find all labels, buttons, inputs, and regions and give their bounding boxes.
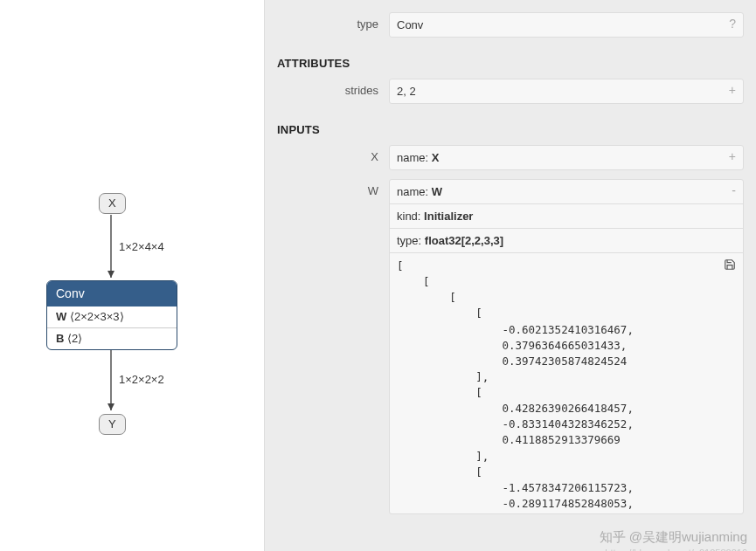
input-x-box[interactable]: name: X + [389,145,744,170]
op-row-w: W ⟨2×2×3×3⟩ [47,306,177,327]
op-row-w-shape: ⟨2×2×3×3⟩ [70,310,124,323]
type-label: type [277,12,389,31]
op-node-conv[interactable]: Conv W ⟨2×2×3×3⟩ B ⟨2⟩ [46,280,177,350]
input-node-label: X [108,196,116,210]
op-row-b-shape: ⟨2⟩ [67,332,82,345]
input-node-x[interactable]: X [99,193,126,214]
watermark-text: 知乎 @吴建明wujianming [600,529,747,546]
op-node-title: Conv [47,281,177,306]
help-icon[interactable]: ? [729,17,736,30]
attr-strides-value: 2, 2 [397,85,416,98]
properties-panel: type Conv ? ATTRIBUTES strides 2, 2 + IN… [264,0,756,551]
expand-icon[interactable]: + [729,150,736,162]
input-w-type: float32[2,2,3,3] [425,234,503,247]
input-w-kind-prefix: kind: [397,210,424,223]
input-x-name: X [432,151,440,164]
collapse-icon[interactable]: - [732,184,736,196]
attr-strides-label: strides [277,79,389,97]
op-row-b: B ⟨2⟩ [47,327,177,349]
input-w-kind: Initializer [424,210,473,223]
op-row-b-label: B [56,332,64,345]
type-value-box[interactable]: Conv ? [389,12,744,38]
input-w-type-box: type: float32[2,2,3,3] [389,228,744,253]
inputs-heading: INPUTS [277,123,744,136]
input-w-name-prefix: name: [397,185,432,198]
output-node-y[interactable]: Y [99,414,126,435]
edge-shape-out: 1×2×2×2 [119,373,164,386]
op-row-w-label: W [56,310,66,323]
input-w-type-prefix: type: [397,234,425,247]
attributes-heading: ATTRIBUTES [277,57,744,70]
input-x-name-prefix: name: [397,151,432,164]
type-value: Conv [397,18,423,31]
input-w-name-box[interactable]: name: W - [389,179,744,204]
input-w-label: W [277,179,389,197]
attr-strides-box[interactable]: 2, 2 + [389,79,744,104]
input-w-tensor-data: [ [ [ [ -0.6021352410316467, 0.379636466… [397,258,736,514]
output-node-label: Y [108,417,116,430]
input-x-label: X [277,145,389,163]
input-w-kind-box: kind: Initializer [389,203,744,229]
expand-icon[interactable]: + [729,84,736,96]
input-w-tensor-box: [ [ [ [ -0.6021352410316467, 0.379636466… [389,252,744,514]
watermark-url: https://blog.csdn.net/u010580016 [605,548,747,551]
input-w-name: W [432,185,442,198]
save-icon[interactable] [724,258,736,275]
edge-shape-in: 1×2×4×4 [119,240,164,253]
graph-edges [0,0,264,551]
graph-canvas[interactable]: X 1×2×4×4 Conv W ⟨2×2×3×3⟩ B ⟨2⟩ 1×2×2×2… [0,0,264,551]
